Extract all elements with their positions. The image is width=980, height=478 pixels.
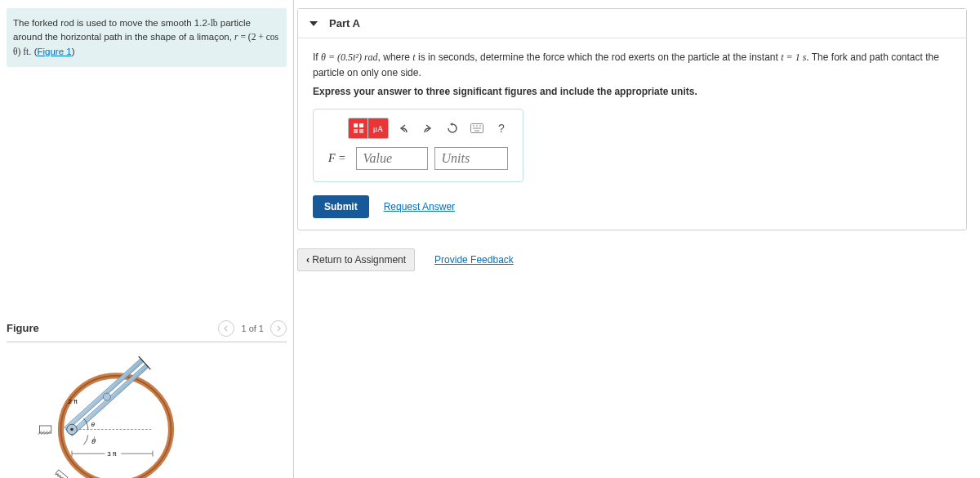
problem-text-4: )	[72, 47, 75, 56]
theta-label: θ	[91, 421, 95, 428]
redo-button[interactable]	[418, 118, 438, 138]
caret-down-icon	[310, 21, 318, 26]
figure-nav: 1 of 1	[218, 320, 287, 337]
svg-rect-24	[354, 129, 358, 133]
part-a-header[interactable]: Part A	[298, 9, 966, 38]
dim-3ft: 3 ft	[107, 450, 117, 458]
figure-title: Figure	[7, 322, 39, 334]
svg-rect-23	[359, 123, 363, 127]
thetadot-label: θ̇	[91, 436, 96, 444]
left-panel: The forked rod is used to move the smoot…	[0, 0, 294, 478]
chevron-left-icon: ‹	[306, 254, 310, 266]
answer-toolbar: μA	[348, 118, 511, 139]
figure-next-button[interactable]	[270, 320, 287, 337]
q-mid: , where	[378, 51, 413, 63]
part-title: Part A	[329, 17, 360, 29]
help-button[interactable]: ?	[492, 118, 511, 138]
part-a-section: Part A If θ = (0.5t²) rad, where t is in…	[297, 8, 967, 230]
question-text: If θ = (0.5t²) rad, where t is in second…	[313, 50, 951, 81]
return-label: Return to Assignment	[312, 254, 406, 266]
q-t1: t = 1 s	[781, 51, 806, 63]
answer-box: μA	[313, 109, 523, 182]
problem-text-1: The forked rod is used to move the smoot…	[13, 18, 211, 28]
eq-equals: =	[238, 32, 248, 42]
submit-button[interactable]: Submit	[313, 195, 369, 218]
figure-link[interactable]: Figure 1	[37, 47, 71, 56]
reset-button[interactable]	[443, 118, 462, 138]
q-mid2: is in seconds, determine the force which…	[416, 51, 782, 63]
figure-page-indicator: 1 of 1	[241, 324, 264, 333]
units-input[interactable]	[434, 147, 508, 170]
figure-header: Figure 1 of 1	[7, 320, 287, 342]
value-input[interactable]	[356, 147, 428, 170]
dim-2ft: 2 ft	[69, 398, 78, 405]
return-to-assignment-button[interactable]: ‹ Return to Assignment	[297, 248, 415, 271]
unit-lb: lb	[211, 18, 218, 28]
templates-button[interactable]	[349, 118, 368, 138]
q-theta-eq: θ = (0.5t²) rad	[321, 51, 378, 63]
micro-ampere-button[interactable]: μA	[368, 118, 388, 138]
figure-prev-button[interactable]	[218, 320, 234, 337]
answer-instruction: Express your answer to three significant…	[313, 86, 951, 97]
svg-rect-22	[354, 123, 358, 127]
undo-button[interactable]	[394, 118, 413, 138]
figure-diagram: θ θ̇ 2 ft 3 ft	[35, 352, 182, 478]
svg-rect-25	[359, 129, 363, 133]
request-answer-link[interactable]: Request Answer	[384, 201, 455, 212]
problem-text-3: . (	[29, 47, 37, 56]
svg-point-17	[70, 427, 74, 431]
q-prefix: If	[313, 51, 321, 63]
f-equals-label: F =	[325, 147, 350, 170]
keyboard-button[interactable]	[467, 118, 487, 138]
problem-statement: The forked rod is used to move the smoot…	[7, 8, 287, 67]
provide-feedback-link[interactable]: Provide Feedback	[434, 254, 514, 266]
